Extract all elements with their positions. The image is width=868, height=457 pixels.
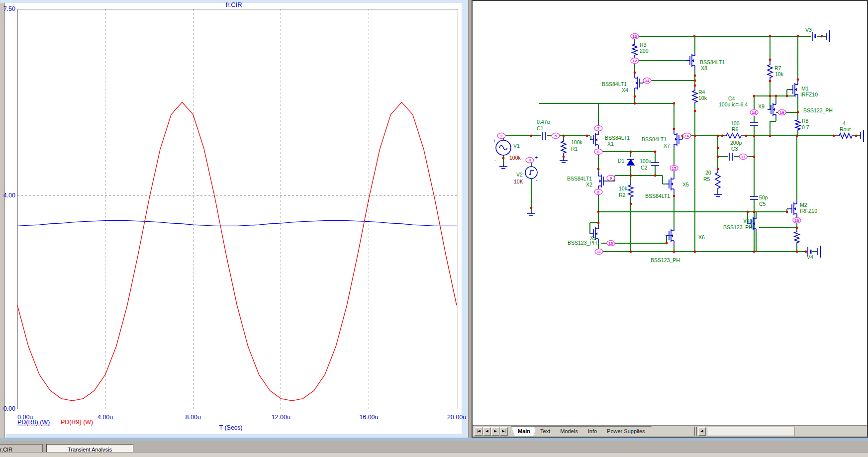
label-c3: C3 <box>731 146 738 152</box>
label-x4: X4 <box>622 87 628 93</box>
node-bubble-17[interactable]: 17 <box>739 154 747 160</box>
sheet-tab-power-supplies[interactable]: Power Supplies <box>600 426 651 436</box>
part-X9[interactable] <box>768 100 776 118</box>
sheet-scroll-track[interactable] <box>707 427 795 436</box>
part-C2[interactable] <box>651 163 659 166</box>
part-V1[interactable] <box>496 140 511 155</box>
part-M2[interactable] <box>788 200 797 218</box>
node-bubble-8[interactable]: 8 <box>594 189 602 195</box>
part-C4[interactable] <box>750 122 758 125</box>
node-bubble-19[interactable]: 19 <box>778 110 786 115</box>
label-m1: M1 <box>801 86 809 91</box>
node-bubble-13[interactable]: 13 <box>631 34 639 39</box>
part-X5[interactable] <box>666 175 674 193</box>
label-100: 100 <box>731 120 740 126</box>
part-gnd-v1[interactable] <box>499 164 507 169</box>
node-bubble-6[interactable]: 6 <box>594 149 602 155</box>
node-bubble-5[interactable]: 5 <box>552 133 560 139</box>
part-gnd-r5[interactable] <box>714 192 722 196</box>
legend-pd-r8[interactable]: PD(R8) (W) <box>17 419 50 426</box>
label-bss84lt1: BSS84LT1 <box>645 193 670 199</box>
x-tick-label: 20.00u <box>447 414 466 421</box>
svg-text:7: 7 <box>597 126 600 131</box>
label-x10: X10 <box>743 218 753 224</box>
label-4: 4 <box>843 120 846 126</box>
part-R2[interactable] <box>628 183 633 199</box>
svg-text:16: 16 <box>685 134 689 138</box>
node-bubble-10[interactable]: 10 <box>607 241 615 246</box>
part-R3[interactable] <box>632 42 637 57</box>
node-bubble-18[interactable]: 18 <box>750 110 758 115</box>
wires[interactable] <box>503 36 861 252</box>
node-bubble-2[interactable]: 2 <box>497 133 505 139</box>
part-X7[interactable] <box>674 130 682 148</box>
svg-text:11: 11 <box>597 250 601 254</box>
node-bubble-14[interactable]: 14 <box>643 78 651 84</box>
sheet-tab-models[interactable]: Models <box>554 426 584 436</box>
sheet-tab-text[interactable]: Text <box>534 426 557 436</box>
part-C3[interactable] <box>730 153 733 161</box>
sheet-nav-first-button[interactable]: |◀ <box>475 427 482 436</box>
node-bubble-4[interactable]: 4 <box>526 158 534 163</box>
label-c2: C2 <box>641 165 648 171</box>
svg-text:13: 13 <box>633 34 637 39</box>
schematic-window: 0.47uC1100kR1BSS84LT1X1D1BSS84LT1X2100uC… <box>472 0 868 438</box>
label-100k: 100k <box>571 139 583 145</box>
part-C5[interactable] <box>750 196 758 199</box>
node-bubble-7[interactable]: 7 <box>594 126 602 131</box>
part-gnd-v4[interactable] <box>817 246 820 258</box>
sheet-nav-last-button[interactable]: ▶| <box>500 427 508 436</box>
node-bubble-12[interactable]: 12 <box>631 58 639 64</box>
part-Rout[interactable] <box>837 133 854 138</box>
part-X1[interactable] <box>590 131 598 149</box>
label-bss84lt1: BSS84LT1 <box>605 135 630 141</box>
part-R9[interactable] <box>794 230 799 245</box>
label-0-7: 0.7 <box>802 124 809 130</box>
label-bss123-ph: BSS123_PH <box>651 257 680 263</box>
legend-pd-r9[interactable]: PD(R9) (W) <box>61 419 93 426</box>
part-X4[interactable] <box>635 74 643 92</box>
sheet-scroll-left-button[interactable]: ◀ <box>698 427 706 436</box>
part-R4[interactable] <box>692 89 697 104</box>
part-gnd-r1[interactable] <box>560 158 568 163</box>
node-bubble-11[interactable]: 11 <box>595 249 603 255</box>
x-tick-label: 8.00u <box>186 414 201 421</box>
document-tab-bar: fr.CIR Transient Analysis <box>0 441 868 452</box>
sheet-nav-prev-button[interactable]: ◀ <box>483 427 491 436</box>
label-c1: C1 <box>537 125 544 131</box>
plot-title: fr.CIR <box>225 1 242 8</box>
label-100k: 100k <box>509 155 521 161</box>
node-bubble-16[interactable]: 16 <box>683 133 691 139</box>
label-50p: 50p <box>759 194 768 200</box>
svg-text:4: 4 <box>529 158 531 163</box>
part-R1[interactable] <box>561 139 566 155</box>
part-R6[interactable] <box>724 133 743 138</box>
part-X2[interactable] <box>598 172 607 190</box>
part-X8[interactable] <box>686 52 695 70</box>
part-D1[interactable] <box>627 160 634 165</box>
x-tick-label: 4.00u <box>97 414 113 421</box>
node-bubble-9[interactable]: 9 <box>607 176 615 181</box>
sheet-nav-next-button[interactable]: ▶ <box>491 427 499 436</box>
circuit-schematic[interactable]: 0.47uC1100kR1BSS84LT1X1D1BSS84LT1X2100uC… <box>473 1 867 437</box>
svg-text:8: 8 <box>597 190 600 194</box>
part-R8[interactable] <box>795 118 800 132</box>
sheet-tab-info[interactable]: Info <box>581 426 603 436</box>
components[interactable] <box>496 30 864 258</box>
node-bubble-15[interactable]: 15 <box>670 166 678 171</box>
svg-text:6: 6 <box>597 150 600 154</box>
part-C1[interactable] <box>543 132 546 140</box>
label-r8: R8 <box>802 118 809 124</box>
part-gnd-rout[interactable] <box>861 130 864 142</box>
label-m2: M2 <box>800 202 807 208</box>
sheet-tab-main[interactable]: Main <box>511 426 537 436</box>
part-R5[interactable] <box>715 171 720 190</box>
part-V3[interactable] <box>812 32 815 41</box>
node-bubble-20[interactable]: 20 <box>793 218 801 223</box>
part-gnd-v2[interactable] <box>527 211 535 215</box>
label-200: 200 <box>640 48 649 54</box>
label-r6: R6 <box>732 126 739 132</box>
part-gnd-v3[interactable] <box>827 30 830 42</box>
label-v1: V1 <box>513 143 520 149</box>
part-R7[interactable] <box>768 63 772 80</box>
